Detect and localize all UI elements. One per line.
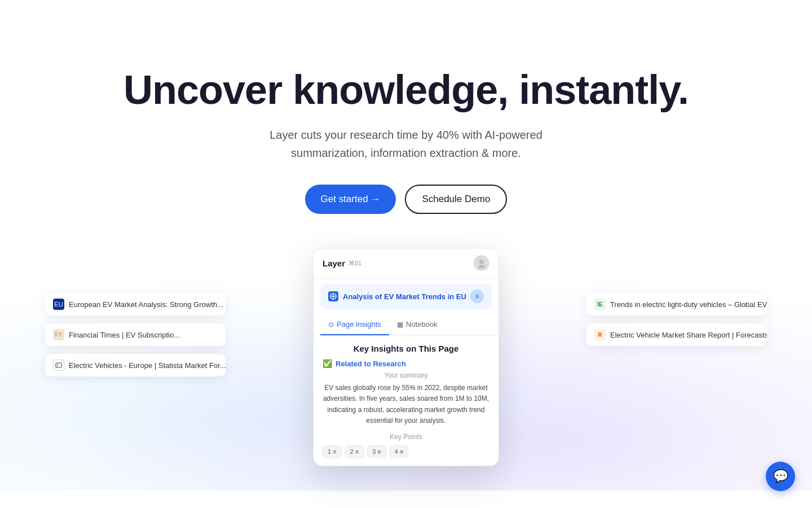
chat-button[interactable]: 💬 (766, 462, 795, 491)
analysis-action-button[interactable]: ≡ (470, 290, 484, 303)
key-point-badge-2[interactable]: 2 ≡ (345, 445, 364, 458)
page-insights-icon: ⊙ (328, 321, 334, 329)
list-item: Electric Vehicles - Europe | Statista Ma… (45, 354, 226, 376)
hero-buttons: Get started → Schedule Demo (305, 185, 508, 214)
card-text: Electric Vehicle Market Share Report | F… (610, 331, 767, 339)
card-text: Electric Vehicles - Europe | Statista Ma… (69, 361, 226, 370)
key-points-row: 1 ≡ 2 ≡ 3 ≡ 4 ≡ (323, 445, 489, 458)
hero-subtitle: Layer cuts your research time by 40% wit… (270, 126, 542, 162)
report-icon: R (594, 329, 606, 340)
app-shortcut: ⌘01 (348, 260, 361, 267)
chat-icon: 💬 (773, 469, 788, 484)
analysis-text: Analysis of EV Market Trends in EU (343, 292, 466, 301)
list-item: R Electric Vehicle Market Share Report |… (586, 323, 767, 346)
tab-label: Notebook (406, 320, 438, 329)
tab-notebook[interactable]: ▦ Notebook (389, 314, 445, 335)
hero-title: Uncover knowledge, instantly. (123, 68, 689, 112)
get-started-button[interactable]: Get started → (305, 185, 396, 214)
schedule-demo-button[interactable]: Schedule Demo (405, 185, 507, 214)
ev-icon (53, 360, 64, 371)
content-title: Key Insights on This Page (323, 344, 489, 353)
analysis-left: Analysis of EV Market Trends in EU (328, 291, 466, 301)
floating-cards-left: EU European EV Market Analysis: Strong G… (45, 293, 226, 376)
app-logo: Layer ⌘01 (323, 259, 361, 268)
key-point-badge-3[interactable]: 3 ≡ (367, 445, 386, 458)
analysis-bar[interactable]: Analysis of EV Market Trends in EU ≡ (320, 284, 492, 309)
card-text: Financial Times | EV Subscriptio... (69, 331, 180, 339)
svg-point-2 (479, 260, 484, 264)
preview-area: EU European EV Market Analysis: Strong G… (0, 248, 812, 491)
related-label: Related to Research (336, 360, 406, 368)
card-text: Trends in electric light-duty vehicles –… (610, 300, 767, 309)
check-icon: ✅ (323, 359, 332, 368)
avatar (474, 255, 489, 271)
svg-point-3 (478, 265, 485, 269)
card-text: European EV Market Analysis: Strong Grow… (69, 300, 223, 309)
logo-text: Layer (323, 259, 345, 268)
app-window: Layer ⌘01 (313, 248, 499, 466)
hero-section: Uncover knowledge, instantly. Layer cuts… (0, 0, 812, 491)
app-tabs: ⊙ Page Insights ▦ Notebook (314, 314, 498, 336)
notebook-icon: ▦ (397, 321, 403, 329)
key-point-badge-4[interactable]: 4 ≡ (390, 445, 409, 458)
related-badge: ✅ Related to Research (323, 359, 489, 368)
list-item: EU European EV Market Analysis: Strong G… (45, 293, 226, 316)
tab-label: Page Insights (337, 320, 381, 329)
app-content: Key Insights on This Page ✅ Related to R… (314, 336, 498, 466)
list-item: IE Trends in electric light-duty vehicle… (586, 293, 767, 316)
list-item: FT Financial Times | EV Subscriptio... (45, 323, 226, 346)
summary-label: Your summary (323, 371, 489, 379)
floating-cards-right: IE Trends in electric light-duty vehicle… (586, 293, 767, 346)
trends-icon: IE (594, 299, 606, 310)
analysis-icon (328, 291, 338, 301)
app-header: Layer ⌘01 (314, 248, 498, 278)
key-point-badge-1[interactable]: 1 ≡ (323, 445, 342, 458)
tab-page-insights[interactable]: ⊙ Page Insights (320, 314, 389, 335)
svg-rect-0 (56, 363, 61, 367)
summary-text: EV sales globally rose by 55% in 2022, d… (323, 383, 489, 426)
key-points-label: Key Points (323, 433, 489, 441)
eu-icon: EU (53, 299, 64, 310)
ft-icon: FT (53, 329, 64, 340)
